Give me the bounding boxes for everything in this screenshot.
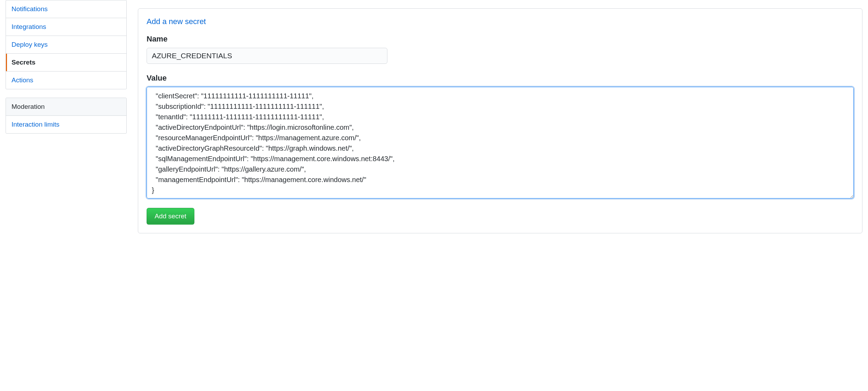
name-label: Name — [147, 35, 854, 44]
add-secret-button[interactable]: Add secret — [147, 208, 194, 225]
sidebar-moderation-list: Moderation Interaction limits — [6, 98, 127, 134]
sidebar-item-integrations[interactable]: Integrations — [6, 18, 126, 36]
value-label: Value — [147, 74, 854, 83]
add-secret-panel: Add a new secret Name Value Add secret — [138, 8, 862, 233]
sidebar-item-secrets[interactable]: Secrets — [6, 54, 126, 72]
sidebar-item-notifications[interactable]: Notifications — [6, 0, 126, 18]
sidebar-primary-list: Notifications Integrations Deploy keys S… — [6, 0, 127, 89]
sidebar-item-actions[interactable]: Actions — [6, 72, 126, 89]
sidebar-item-deploy-keys[interactable]: Deploy keys — [6, 36, 126, 54]
settings-sidebar: Notifications Integrations Deploy keys S… — [6, 0, 127, 233]
sidebar-item-interaction-limits[interactable]: Interaction limits — [6, 116, 126, 133]
secret-name-input[interactable] — [147, 48, 387, 64]
form-title: Add a new secret — [147, 17, 854, 26]
sidebar-moderation-header: Moderation — [6, 98, 126, 116]
secret-value-textarea[interactable] — [147, 87, 854, 198]
main-content: Add a new secret Name Value Add secret — [138, 0, 862, 233]
